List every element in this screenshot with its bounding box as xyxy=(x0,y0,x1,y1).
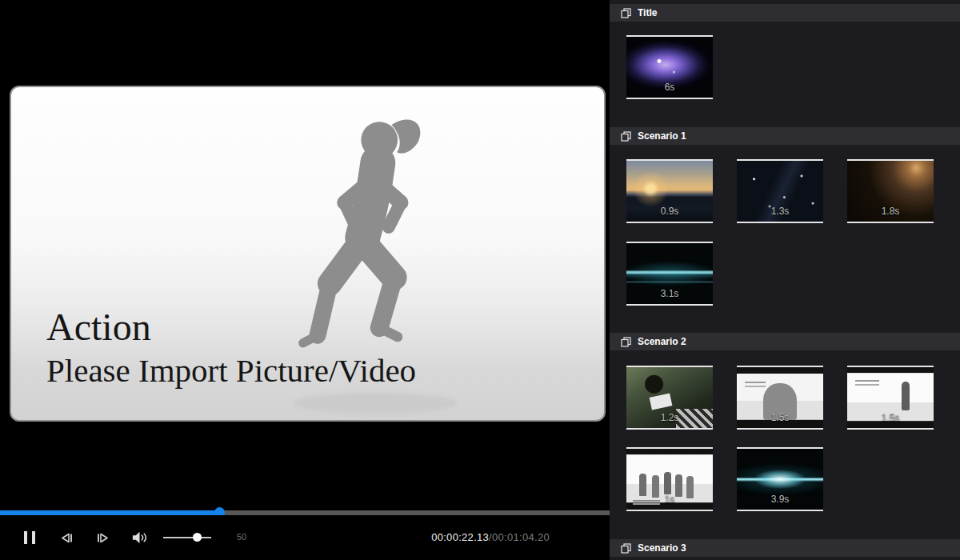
time-current: 00:00:22.13 xyxy=(431,531,489,543)
template-preview-card: Action Please Import Picture/Video xyxy=(10,86,606,422)
template-thumbnail[interactable]: 1.3s xyxy=(737,159,823,223)
section-header-title: Title xyxy=(610,4,960,22)
template-subtitle-text: Please Import Picture/Video xyxy=(46,351,416,390)
copy-icon xyxy=(621,131,631,142)
template-thumbnail[interactable]: 1.8s xyxy=(847,159,934,223)
volume-button[interactable] xyxy=(131,515,148,560)
thumbnail-duration: 1.3s xyxy=(737,206,823,217)
thumbnail-duration: 1.5s xyxy=(737,412,823,423)
next-frame-button[interactable] xyxy=(96,515,110,560)
template-thumbnail[interactable]: 0.9s xyxy=(626,159,713,223)
step-forward-icon xyxy=(96,532,110,544)
section-label: Scenario 2 xyxy=(638,336,686,347)
thumbnail-duration: 1.5s xyxy=(847,412,934,423)
template-thumbnail[interactable]: 1s xyxy=(626,447,713,511)
template-library-panel: Title 6s Scenario 1 0.9s 1.3s 1.8s 3.1s xyxy=(610,0,960,560)
section-header-scenario1: Scenario 1 xyxy=(610,127,960,145)
pause-button[interactable] xyxy=(24,515,35,560)
section-label: Scenario 3 xyxy=(638,542,686,554)
template-thumbnail[interactable]: 3.9s xyxy=(737,447,823,511)
time-total: /00:01:04.20 xyxy=(489,531,550,543)
copy-icon xyxy=(621,337,631,347)
player-controls: 50 00:00:22.13/00:01:04.20 xyxy=(0,515,610,560)
thumbnail-duration: 0.9s xyxy=(626,206,713,217)
thumbnail-duration: 6s xyxy=(626,82,713,93)
video-preview-area: Action Please Import Picture/Video xyxy=(0,0,610,560)
template-thumbnail[interactable]: 1.5s xyxy=(847,366,934,430)
section-header-scenario3: Scenario 3 xyxy=(610,539,960,557)
thumbnail-duration: 1s xyxy=(626,494,713,505)
step-backward-icon xyxy=(59,532,74,544)
playback-time: 00:00:22.13/00:01:04.20 xyxy=(431,531,550,543)
template-thumbnail[interactable]: 1.2s xyxy=(626,366,713,430)
copy-icon xyxy=(621,8,631,18)
thumbnail-duration: 1.2s xyxy=(626,412,713,423)
copy-icon xyxy=(621,543,631,554)
thumbnail-duration: 3.1s xyxy=(626,288,713,299)
section-header-scenario2: Scenario 2 xyxy=(610,333,960,350)
template-thumbnail[interactable]: 3.1s xyxy=(626,242,713,306)
template-title-text: Action xyxy=(46,305,151,349)
section-label: Title xyxy=(638,7,657,18)
template-thumbnail[interactable]: 6s xyxy=(626,35,713,99)
thumbnail-duration: 1.8s xyxy=(847,206,934,217)
section-label: Scenario 1 xyxy=(638,130,686,142)
template-thumbnail[interactable]: 1.5s xyxy=(737,366,823,430)
previous-frame-button[interactable] xyxy=(59,515,74,560)
volume-slider[interactable] xyxy=(163,537,211,538)
app-window: Action Please Import Picture/Video xyxy=(0,0,960,560)
speaker-icon xyxy=(131,531,148,544)
thumbnail-duration: 3.9s xyxy=(737,494,823,505)
volume-value: 50 xyxy=(237,532,246,542)
volume-slider-handle[interactable] xyxy=(193,533,202,542)
pause-icon xyxy=(24,531,27,544)
